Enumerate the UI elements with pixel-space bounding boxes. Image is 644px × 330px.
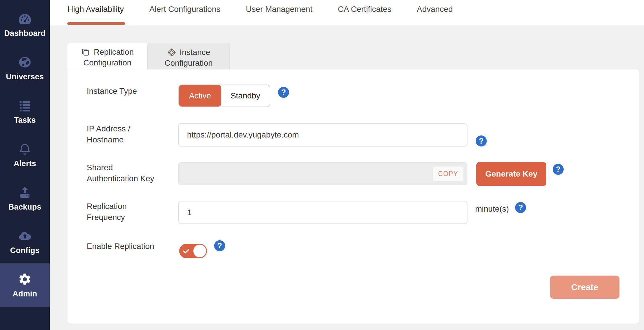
sidebar-item-label: Tasks — [14, 116, 36, 125]
admin-tab-bar: High Availability Alert Configurations U… — [50, 0, 644, 25]
ip-address-input[interactable] — [178, 123, 467, 146]
help-icon[interactable]: ? — [214, 240, 225, 251]
subtab-instance-configuration[interactable]: Instance Configuration — [147, 43, 230, 69]
check-icon — [182, 247, 190, 255]
gear-icon — [18, 272, 32, 287]
admin-high-availability-page: Dashboard Universes Tasks Alerts Backups — [0, 0, 644, 330]
subtab-label-top: Replication — [94, 47, 134, 57]
sidebar-item-label: Universes — [6, 72, 44, 81]
subtabs: Replication Configuration Instance Confi… — [67, 43, 230, 69]
content-area: Replication Configuration Instance Confi… — [50, 25, 644, 330]
shared-key-label: Shared Authentication Key — [87, 162, 159, 184]
cloud-upload-icon — [18, 229, 32, 243]
help-icon[interactable]: ? — [553, 164, 564, 175]
frequency-unit-label: minute(s) — [475, 204, 509, 214]
help-icon[interactable]: ? — [515, 202, 526, 213]
copy-button[interactable]: COPY — [433, 167, 463, 181]
instance-type-option-active[interactable]: Active — [179, 85, 221, 107]
sidebar-item-admin[interactable]: Admin — [0, 263, 50, 307]
tab-alert-configurations[interactable]: Alert Configurations — [149, 0, 221, 25]
sidebar-item-configs[interactable]: Configs — [0, 220, 50, 263]
task-list-icon — [18, 98, 32, 113]
tab-ca-certificates[interactable]: CA Certificates — [338, 0, 391, 25]
ip-address-label: IP Address / Hostname — [87, 123, 159, 145]
instance-type-label: Instance Type — [87, 86, 159, 97]
enable-replication-label: Enable Replication — [87, 241, 159, 252]
replication-configuration-form: Instance Type Active Standby ? IP Addres… — [67, 69, 639, 324]
toggle-knob — [193, 245, 206, 257]
sidebar-item-alerts[interactable]: Alerts — [0, 133, 50, 177]
enable-replication-toggle[interactable] — [179, 244, 207, 258]
cube-icon — [167, 48, 176, 57]
instance-type-toggle: Active Standby — [178, 85, 270, 107]
tab-label: Advanced — [417, 5, 453, 14]
sidebar-item-label: Dashboard — [4, 29, 46, 38]
tab-user-management[interactable]: User Management — [246, 0, 312, 25]
sidebar-item-backups[interactable]: Backups — [0, 177, 50, 220]
sidebar-item-label: Admin — [13, 289, 37, 298]
backup-upload-icon — [18, 185, 32, 200]
sidebar-item-universes[interactable]: Universes — [0, 46, 50, 90]
sidebar: Dashboard Universes Tasks Alerts Backups — [0, 0, 50, 330]
gauge-icon — [18, 12, 32, 26]
sidebar-item-label: Alerts — [14, 159, 36, 168]
subtab-label-top: Instance — [180, 47, 210, 58]
subtab-label-bottom: Configuration — [67, 57, 147, 68]
sidebar-item-label: Backups — [8, 203, 41, 212]
sidebar-item-label: Configs — [10, 246, 40, 255]
copy-icon — [81, 47, 90, 57]
tab-label: Alert Configurations — [149, 5, 221, 14]
generate-key-button[interactable]: Generate Key — [476, 162, 546, 186]
help-icon[interactable]: ? — [278, 87, 289, 98]
create-button[interactable]: Create — [550, 276, 619, 299]
sidebar-item-dashboard[interactable]: Dashboard — [0, 3, 50, 46]
replication-frequency-label: Replication Frequency — [87, 201, 159, 223]
shared-key-field: COPY — [178, 162, 467, 185]
tab-label: High Availability — [67, 5, 124, 14]
replication-frequency-input[interactable] — [178, 201, 467, 224]
globe-icon — [18, 55, 32, 69]
tab-high-availability[interactable]: High Availability — [67, 0, 124, 25]
subtab-replication-configuration[interactable]: Replication Configuration — [67, 43, 147, 69]
shared-key-input — [178, 162, 467, 185]
subtab-label-bottom: Configuration — [148, 58, 230, 69]
sidebar-item-tasks[interactable]: Tasks — [0, 90, 50, 133]
tab-label: User Management — [246, 5, 312, 14]
help-icon[interactable]: ? — [476, 135, 487, 146]
tab-label: CA Certificates — [338, 5, 391, 14]
instance-type-option-standby[interactable]: Standby — [221, 85, 270, 107]
tab-advanced[interactable]: Advanced — [417, 0, 453, 25]
bell-icon — [18, 142, 32, 156]
